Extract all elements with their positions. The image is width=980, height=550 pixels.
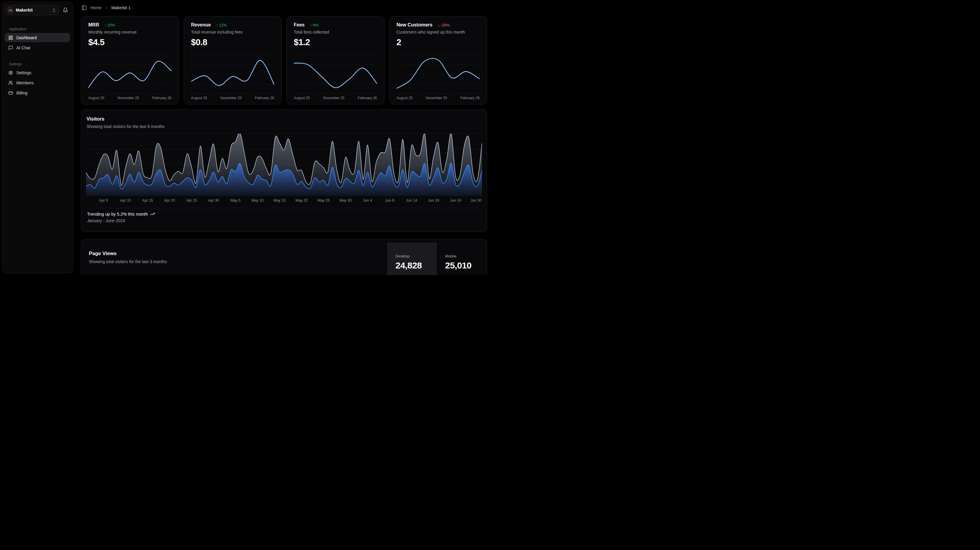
- sparkline-chart: August 25 November 25 February 26: [294, 54, 377, 100]
- visitors-title: Visitors: [86, 116, 482, 122]
- page-views-title: Page Views: [89, 250, 167, 257]
- page-views-card: Page Views Showing total visitors for th…: [81, 239, 487, 275]
- workspace-selector[interactable]: m Makerkit: [5, 5, 59, 15]
- toggle-value: 24,828: [395, 260, 428, 271]
- gear-icon: [8, 70, 13, 75]
- visitors-area-chart: Apr 5Apr 10Apr 15Apr 20Apr 25Apr 30May 5…: [86, 134, 482, 204]
- notifications-button[interactable]: [60, 5, 70, 15]
- stat-card-new-customers: New Customers ↓-25% Customers who signed…: [389, 16, 487, 105]
- toggle-label: Mobile: [445, 254, 478, 258]
- bell-icon: [63, 8, 68, 13]
- sidebar-item-label: Billing: [16, 90, 27, 95]
- page-views-subtitle: Showing total visitors for the last 3 mo…: [89, 259, 167, 264]
- x-axis-label: August 25: [88, 96, 104, 100]
- sidebar-item-billing[interactable]: Billing: [5, 88, 70, 97]
- arrow-down-icon: ↓: [438, 23, 440, 27]
- sidebar-item-ai-chat[interactable]: AI Chat: [5, 43, 70, 52]
- sparkline-chart: August 25 November 25 February 26: [191, 54, 274, 100]
- panel-left-icon: [81, 5, 87, 10]
- stat-cards-row: MRR ↑20% Monthly recurring revenue $4.5 …: [81, 16, 487, 105]
- svg-text:Jun 9: Jun 9: [385, 198, 394, 203]
- x-axis-label: February 26: [255, 96, 274, 100]
- x-axis-label: February 26: [358, 96, 377, 100]
- trend-value: -25%: [441, 23, 450, 27]
- stat-subtitle: Monthly recurring revenue: [88, 30, 172, 35]
- sidebar-item-dashboard[interactable]: Dashboard: [5, 33, 70, 42]
- svg-text:Apr 15: Apr 15: [142, 198, 153, 203]
- x-axis-label: November 25: [426, 96, 447, 100]
- svg-text:Jun 4: Jun 4: [363, 198, 372, 203]
- trend-badge: ↑20%: [104, 23, 115, 27]
- breadcrumb-current: Makerkit 1: [111, 5, 130, 10]
- svg-text:Jun 24: Jun 24: [450, 198, 461, 203]
- toggle-value: 25,010: [445, 260, 478, 271]
- mobile-toggle[interactable]: Mobile 25,010: [437, 243, 487, 275]
- svg-text:Apr 10: Apr 10: [120, 198, 131, 203]
- sidebar-item-settings[interactable]: Settings: [5, 68, 70, 77]
- svg-text:Apr 30: Apr 30: [208, 198, 219, 203]
- trend-badge: ↑12%: [216, 23, 227, 27]
- trend-badge: ↑9%: [310, 23, 318, 27]
- chevron-right-icon: [104, 6, 108, 10]
- trending-up-icon: [150, 212, 155, 217]
- dashboard-icon: [8, 35, 13, 40]
- stat-subtitle: Total revenue including fees: [191, 30, 274, 35]
- svg-text:Jun 30: Jun 30: [470, 198, 481, 203]
- visitors-subtitle: Showing total visitors for the last 6 mo…: [86, 124, 482, 129]
- x-axis-label: August 25: [397, 96, 413, 100]
- stat-value: 2: [397, 37, 480, 47]
- x-axis-label: November 25: [118, 96, 139, 100]
- sparkline-chart: August 25 November 25 February 26: [397, 54, 480, 100]
- stat-title: Fees: [294, 22, 304, 28]
- stat-subtitle: Total fees collected: [294, 30, 377, 35]
- svg-text:Apr 20: Apr 20: [164, 198, 175, 203]
- visitors-card: Visitors Showing total visitors for the …: [81, 109, 487, 232]
- sidebar-item-label: AI Chat: [16, 46, 30, 50]
- page-views-series-toggles: Desktop 24,828 Mobile 25,010: [387, 243, 487, 275]
- section-label-settings: Settings: [9, 62, 70, 66]
- workspace-name: Makerkit: [16, 8, 49, 13]
- arrow-up-icon: ↑: [216, 23, 218, 27]
- sparkline-chart: August 25 November 25 February 26: [88, 54, 172, 100]
- makerkit-logo: m: [8, 7, 13, 13]
- svg-text:Apr 25: Apr 25: [186, 198, 197, 203]
- x-axis-label: February 26: [460, 96, 480, 100]
- chevrons-up-down-icon: [52, 8, 56, 13]
- toggle-label: Desktop: [395, 254, 428, 258]
- svg-text:May 25: May 25: [318, 198, 330, 203]
- stat-title: MRR: [88, 22, 99, 28]
- stat-card-revenue: Revenue ↑12% Total revenue including fee…: [184, 16, 282, 105]
- credit-card-icon: [8, 90, 13, 95]
- svg-text:Apr 5: Apr 5: [99, 198, 108, 203]
- svg-text:May 30: May 30: [340, 198, 352, 203]
- stat-value: $0.8: [191, 37, 274, 47]
- arrow-up-icon: ↑: [310, 23, 312, 27]
- x-axis-label: November 25: [220, 96, 242, 100]
- stat-value: $4.5: [88, 37, 172, 47]
- sidebar-toggle-button[interactable]: [81, 5, 88, 11]
- trend-value: 20%: [107, 23, 115, 27]
- sidebar-item-label: Members: [16, 81, 33, 85]
- trend-badge: ↓-25%: [438, 23, 450, 27]
- svg-text:May 5: May 5: [231, 198, 240, 203]
- users-icon: [8, 81, 13, 85]
- breadcrumb-home[interactable]: Home: [91, 5, 102, 10]
- sidebar-item-label: Dashboard: [16, 35, 37, 40]
- svg-text:May 15: May 15: [274, 198, 286, 203]
- desktop-toggle[interactable]: Desktop 24,828: [387, 243, 437, 275]
- section-label-application: Application: [9, 27, 70, 31]
- arrow-up-icon: ↑: [104, 23, 107, 27]
- stat-value: $1.2: [294, 37, 377, 47]
- sidebar-item-label: Settings: [16, 70, 32, 75]
- stat-title: Revenue: [191, 22, 211, 28]
- stat-card-mrr: MRR ↑20% Monthly recurring revenue $4.5 …: [81, 16, 179, 105]
- chat-icon: [8, 46, 13, 50]
- x-axis-label: August 25: [191, 96, 207, 100]
- x-axis-label: February 26: [152, 96, 172, 100]
- visitors-date-range: January - June 2024: [87, 218, 481, 223]
- sidebar-item-members[interactable]: Members: [5, 78, 70, 87]
- trend-value: 12%: [219, 23, 227, 27]
- stat-title: New Customers: [397, 22, 433, 28]
- svg-text:Jun 14: Jun 14: [406, 198, 417, 203]
- x-axis-label: August 25: [294, 96, 310, 100]
